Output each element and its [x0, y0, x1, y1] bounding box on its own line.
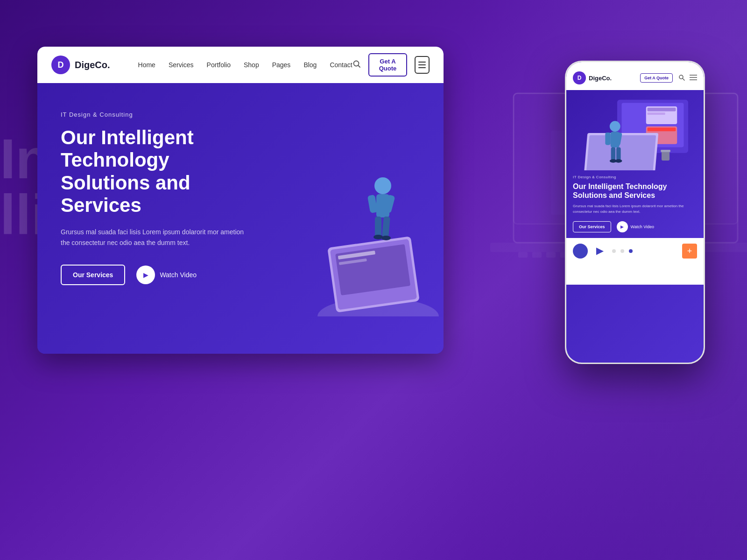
svg-line-25: [683, 78, 685, 80]
logo-text: DigeCo.: [75, 60, 110, 70]
get-quote-button[interactable]: Get A Quote: [368, 53, 408, 77]
mobile-hero: IT Design & Consulting Our Intelligent T…: [566, 90, 704, 238]
svg-rect-6: [546, 252, 556, 258]
svg-point-39: [610, 121, 620, 132]
search-icon: [352, 60, 361, 68]
menu-line-2: [418, 64, 426, 65]
mobile-hero-subtitle: IT Design & Consulting: [573, 175, 697, 179]
search-button[interactable]: [352, 60, 361, 70]
hero-subtitle: IT Design & Consulting: [61, 111, 275, 118]
nav-home[interactable]: Home: [138, 61, 155, 69]
nav-blog[interactable]: Blog: [303, 61, 317, 69]
svg-rect-4: [518, 252, 528, 258]
watch-video-button[interactable]: ▶ Watch Video: [136, 266, 197, 284]
svg-rect-37: [586, 135, 656, 170]
svg-rect-35: [648, 128, 676, 132]
svg-rect-43: [611, 147, 616, 161]
hero-illustration-svg: [294, 92, 444, 316]
mobile-play-icon: ▶: [617, 221, 628, 232]
mobile-watch-video-button[interactable]: ▶ Watch Video: [617, 221, 655, 232]
menu-line-1: [418, 62, 426, 63]
svg-rect-33: [648, 112, 665, 115]
nav-actions: Get A Quote: [352, 53, 430, 77]
hero-description: Grursus mal suada faci lisis Lorem ipsum…: [61, 227, 275, 248]
svg-rect-18: [367, 195, 378, 213]
mobile-logo-text: DigeCo.: [589, 75, 637, 82]
mobile-illustration: [573, 96, 697, 170]
mobile-hamburger-icon: [690, 75, 697, 82]
deco-dot-active: [629, 249, 633, 253]
nav-services[interactable]: Services: [169, 61, 194, 69]
nav-links: Home Services Portfolio Shop Pages Blog …: [138, 61, 352, 69]
mobile-logo-icon: D: [573, 71, 586, 84]
watch-video-label: Watch Video: [160, 271, 197, 279]
svg-rect-47: [662, 151, 669, 161]
mobile-notch: [616, 62, 654, 71]
mobile-hero-title: Our Intelligent Technology Solutions and…: [573, 182, 697, 200]
svg-point-22: [374, 235, 383, 239]
nav-portfolio[interactable]: Portfolio: [207, 61, 231, 69]
mobile-watch-video-label: Watch Video: [631, 224, 655, 229]
svg-rect-41: [605, 133, 610, 145]
mobile-our-services-button[interactable]: Our Services: [573, 221, 611, 232]
logo-icon: D: [51, 56, 70, 74]
hero-title: Our Intelligent Technology Solutions and…: [61, 126, 275, 217]
desktop-navbar: D DigeCo. Home Services Portfolio Shop P…: [37, 47, 444, 83]
svg-point-46: [615, 159, 622, 163]
mobile-hero-actions: Our Services ▶ Watch Video: [573, 221, 697, 232]
mobile-screen: D DigeCo. Get A Quote: [566, 62, 704, 363]
svg-point-8: [353, 61, 359, 66]
mobile-mockup: D DigeCo. Get A Quote: [565, 61, 705, 364]
svg-rect-48: [661, 150, 670, 152]
desktop-window: D DigeCo. Home Services Portfolio Shop P…: [37, 47, 444, 354]
deco-blue-circle: [573, 244, 588, 259]
menu-line-3: [418, 67, 426, 68]
svg-rect-44: [616, 147, 621, 161]
nav-pages[interactable]: Pages: [272, 61, 291, 69]
svg-rect-20: [375, 217, 381, 237]
our-services-button[interactable]: Our Services: [61, 265, 125, 285]
nav-contact[interactable]: Contact: [330, 61, 352, 69]
mobile-get-quote-button[interactable]: Get A Quote: [640, 73, 673, 83]
deco-dot-2: [620, 249, 624, 253]
svg-rect-21: [382, 216, 390, 237]
hero-actions: Our Services ▶ Watch Video: [61, 265, 275, 285]
hero-content: IT Design & Consulting Our Intelligent T…: [61, 111, 275, 285]
svg-line-9: [358, 65, 360, 67]
hero-section: IT Design & Consulting Our Intelligent T…: [37, 83, 444, 354]
deco-dot-1: [612, 249, 616, 253]
svg-point-16: [374, 177, 391, 194]
nav-shop[interactable]: Shop: [244, 61, 259, 69]
svg-rect-5: [532, 252, 542, 258]
mobile-search-icon: [678, 74, 685, 82]
mobile-bottom-section: +: [566, 238, 704, 285]
svg-point-24: [679, 75, 683, 79]
svg-point-23: [381, 236, 391, 240]
deco-arrow: [592, 244, 607, 259]
hero-illustration: [294, 92, 444, 316]
mobile-hero-description: Grursus mal suada faci lisis Lorem ipsum…: [573, 203, 697, 215]
svg-rect-32: [648, 108, 676, 112]
hamburger-menu-button[interactable]: [415, 56, 430, 74]
deco-plus-icon: +: [682, 244, 697, 259]
play-icon: ▶: [136, 266, 155, 284]
logo-area: D DigeCo.: [51, 56, 110, 74]
